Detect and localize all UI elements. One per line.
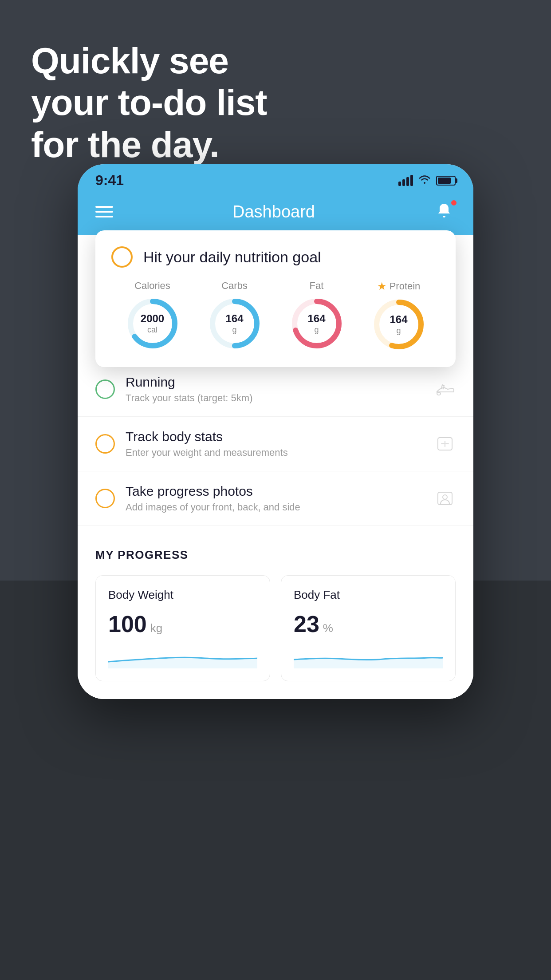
scale-icon	[434, 433, 456, 454]
svg-rect-10	[438, 492, 452, 505]
signal-icon	[398, 175, 413, 186]
progress-header: MY PROGRESS	[95, 548, 456, 562]
fat-value: 164	[307, 312, 325, 325]
protein-donut: 164 g	[372, 298, 425, 351]
running-title: Running	[126, 375, 424, 390]
photos-checkbox[interactable]	[95, 489, 115, 508]
todo-body-stats[interactable]: Track body stats Enter your weight and m…	[78, 417, 473, 471]
svg-point-11	[443, 495, 447, 499]
protein-label-row: ★ Protein	[377, 280, 421, 292]
progress-section: MY PROGRESS Body Weight 100 kg	[78, 526, 473, 699]
carbs-value: 164	[225, 312, 243, 325]
battery-icon	[436, 176, 456, 186]
svg-point-8	[437, 392, 441, 395]
carbs-unit: g	[225, 325, 243, 335]
body-stats-title: Track body stats	[126, 429, 424, 444]
body-weight-value: 100	[108, 611, 147, 637]
fat-label: Fat	[310, 280, 324, 292]
nutrition-stats: Calories 2000 cal Carbs	[111, 280, 440, 351]
nutrition-card: Hit your daily nutrition goal Calories 2…	[95, 230, 456, 367]
calories-label: Calories	[134, 280, 170, 292]
photos-title: Take progress photos	[126, 484, 424, 499]
running-subtitle: Track your stats (target: 5km)	[126, 392, 424, 404]
carbs-label: Carbs	[221, 280, 248, 292]
body-weight-title: Body Weight	[108, 588, 257, 602]
body-fat-title: Body Fat	[294, 588, 443, 602]
headline-text: Quickly see your to-do list for the day.	[31, 40, 520, 166]
status-time: 9:41	[95, 172, 124, 189]
stat-carbs: Carbs 164 g	[208, 280, 261, 350]
body-fat-chart	[294, 646, 443, 668]
todo-running[interactable]: Running Track your stats (target: 5km)	[78, 362, 473, 417]
body-stats-subtitle: Enter your weight and measurements	[126, 447, 424, 458]
nav-bar: Dashboard	[78, 193, 473, 235]
nav-title: Dashboard	[232, 202, 315, 221]
status-icons	[398, 174, 456, 187]
notification-badge	[450, 199, 457, 206]
protein-label: Protein	[390, 281, 421, 292]
phone-frame: 9:41 Dashboard	[78, 164, 473, 699]
star-icon: ★	[377, 280, 387, 292]
fat-unit: g	[307, 325, 325, 335]
protein-value: 164	[390, 313, 407, 326]
nutrition-checkbox[interactable]	[111, 246, 133, 268]
content-area: THINGS TO DO TODAY Hit your daily nutrit…	[78, 235, 473, 699]
body-stats-checkbox[interactable]	[95, 434, 115, 454]
wifi-icon	[418, 174, 431, 187]
stat-protein: ★ Protein 164 g	[372, 280, 425, 351]
body-weight-card[interactable]: Body Weight 100 kg	[95, 575, 270, 681]
calories-donut: 2000 cal	[126, 297, 179, 350]
body-fat-unit: %	[323, 621, 333, 635]
person-photo-icon	[434, 488, 456, 509]
running-checkbox[interactable]	[95, 379, 115, 399]
notification-button[interactable]	[434, 201, 456, 222]
headline: Quickly see your to-do list for the day.	[31, 40, 520, 166]
calories-unit: cal	[141, 325, 164, 335]
photos-subtitle: Add images of your front, back, and side	[126, 502, 424, 513]
stat-calories: Calories 2000 cal	[126, 280, 179, 350]
body-fat-value: 23	[294, 611, 319, 637]
body-weight-chart	[108, 646, 257, 668]
carbs-donut: 164 g	[208, 297, 261, 350]
progress-cards: Body Weight 100 kg Body Fat	[95, 575, 456, 681]
fat-donut: 164 g	[290, 297, 343, 350]
body-weight-unit: kg	[150, 621, 162, 635]
nutrition-card-title: Hit your daily nutrition goal	[143, 249, 321, 266]
stat-fat: Fat 164 g	[290, 280, 343, 350]
status-bar: 9:41	[78, 164, 473, 193]
shoe-icon	[434, 379, 456, 400]
menu-button[interactable]	[95, 206, 113, 217]
todo-photos[interactable]: Take progress photos Add images of your …	[78, 471, 473, 526]
protein-unit: g	[390, 326, 407, 336]
body-fat-card[interactable]: Body Fat 23 %	[281, 575, 456, 681]
calories-value: 2000	[141, 312, 164, 325]
